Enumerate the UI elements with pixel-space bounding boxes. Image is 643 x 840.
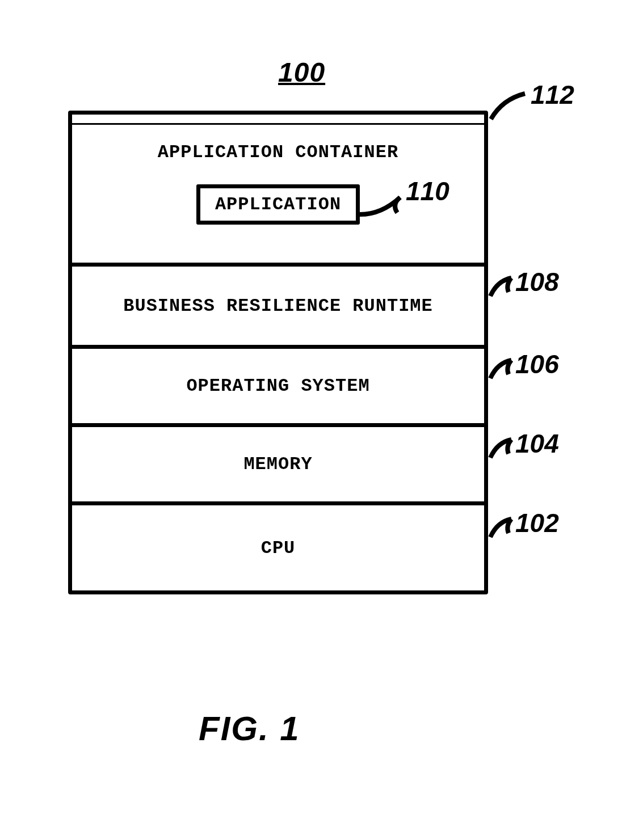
layer-business-resilience-runtime: BUSINESS RESILIENCE RUNTIME <box>72 267 484 349</box>
callout-112: 112 <box>531 79 574 110</box>
layer-operating-system: OPERATING SYSTEM <box>72 349 484 427</box>
callout-110: 110 <box>406 176 449 206</box>
callout-108: 108 <box>515 267 559 297</box>
callout-102: 102 <box>515 508 559 538</box>
layer-memory: MEMORY <box>72 427 484 505</box>
callout-106: 106 <box>515 349 559 379</box>
layer-cpu: CPU <box>72 505 484 590</box>
layer-label: APPLICATION CONTAINER <box>158 142 398 163</box>
callout-104: 104 <box>515 428 559 459</box>
application-box: APPLICATION <box>196 184 360 225</box>
figure-caption: FIG. 1 <box>199 709 300 748</box>
figure-reference-number: 100 <box>278 57 325 88</box>
